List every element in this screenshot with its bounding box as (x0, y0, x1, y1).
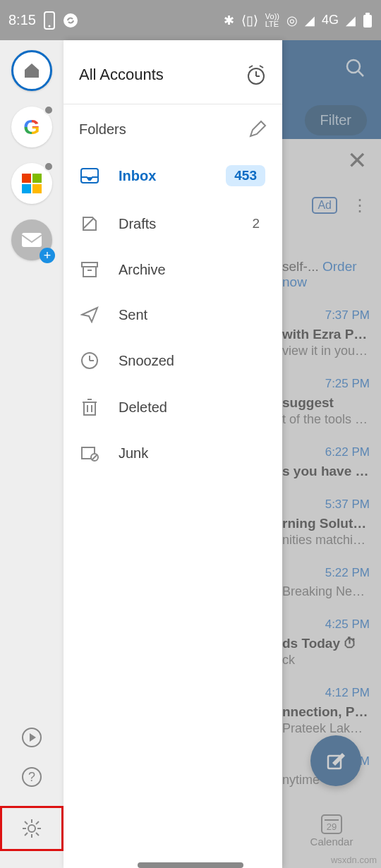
svg-rect-8 (22, 233, 42, 247)
gear-icon (21, 818, 42, 839)
svg-point-1 (48, 25, 50, 27)
junk-icon (80, 445, 99, 462)
folder-sent[interactable]: Sent (64, 292, 282, 337)
inbox-icon (80, 168, 99, 183)
folder-list: Inbox 453 Drafts 2 Archive Sent Snoozed … (64, 145, 282, 481)
svg-point-2 (64, 13, 78, 28)
rail-google-account[interactable]: G (11, 107, 52, 147)
help-button[interactable]: ? (21, 766, 42, 788)
signal-1-icon: ◢ (305, 13, 315, 28)
snoozed-icon (80, 351, 99, 370)
svg-line-17 (25, 821, 28, 824)
settings-button[interactable] (21, 818, 42, 839)
snooze-settings-icon[interactable] (246, 64, 267, 85)
svg-line-20 (36, 821, 39, 824)
archive-icon (80, 261, 99, 278)
folders-section-label: Folders (79, 121, 126, 138)
play-button[interactable] (21, 727, 42, 748)
notification-dot-icon (44, 162, 54, 171)
play-icon (21, 727, 42, 748)
help-icon: ? (21, 766, 42, 788)
svg-line-19 (25, 833, 28, 836)
battery-icon (363, 13, 373, 28)
hotspot-icon: ◎ (286, 13, 298, 28)
google-icon: G (23, 115, 40, 139)
edit-folders-button[interactable] (248, 120, 267, 138)
vibrate-icon: ⟨▯⟩ (241, 13, 258, 28)
rail-add-account[interactable]: + (11, 219, 52, 260)
drawer-title: All Accounts (79, 66, 164, 84)
status-bar: 8:15 ✱ ⟨▯⟩ Vo))LTE ◎ ◢ 4G ◢ (0, 0, 381, 40)
notification-dot-icon (44, 105, 54, 115)
drafts-icon (80, 215, 99, 233)
folder-drafts[interactable]: Drafts 2 (64, 200, 282, 247)
trash-icon (80, 398, 99, 416)
rail-office-account[interactable] (11, 163, 52, 204)
nav-home-handle[interactable] (138, 862, 243, 868)
svg-point-12 (28, 825, 35, 832)
svg-text:?: ? (28, 770, 35, 784)
clock: 8:15 (8, 12, 36, 28)
folder-inbox[interactable]: Inbox 453 (64, 151, 282, 200)
bluetooth-icon: ✱ (224, 13, 234, 28)
pencil-icon (248, 120, 267, 138)
settings-highlight-box (0, 806, 64, 851)
account-rail: G + ? (0, 40, 64, 868)
folder-deleted[interactable]: Deleted (64, 384, 282, 430)
svg-line-25 (260, 66, 263, 68)
watermark: wsxdn.com (331, 855, 377, 865)
home-icon (23, 61, 41, 80)
inbox-count-badge: 453 (226, 165, 265, 186)
network-label: 4G (322, 13, 339, 28)
rail-home-button[interactable] (11, 50, 52, 91)
svg-line-24 (249, 66, 253, 68)
mail-icon (22, 233, 42, 247)
svg-rect-4 (365, 13, 370, 15)
folder-archive[interactable]: Archive (64, 247, 282, 292)
svg-rect-28 (83, 267, 96, 277)
sync-icon (63, 13, 78, 28)
svg-rect-3 (363, 15, 372, 28)
phone-icon (43, 11, 56, 30)
drafts-count: 2 (252, 216, 265, 231)
svg-rect-33 (84, 402, 95, 415)
folder-junk[interactable]: Junk (64, 430, 282, 476)
add-icon: + (40, 248, 55, 263)
folder-drawer: All Accounts Folders Inbox 453 Drafts 2 … (64, 40, 282, 868)
signal-2-icon: ◢ (346, 13, 356, 28)
svg-line-18 (36, 833, 39, 836)
folder-snoozed[interactable]: Snoozed (64, 337, 282, 384)
sent-icon (80, 306, 99, 323)
volte-icon: Vo))LTE (265, 13, 279, 28)
office-icon (22, 174, 42, 193)
